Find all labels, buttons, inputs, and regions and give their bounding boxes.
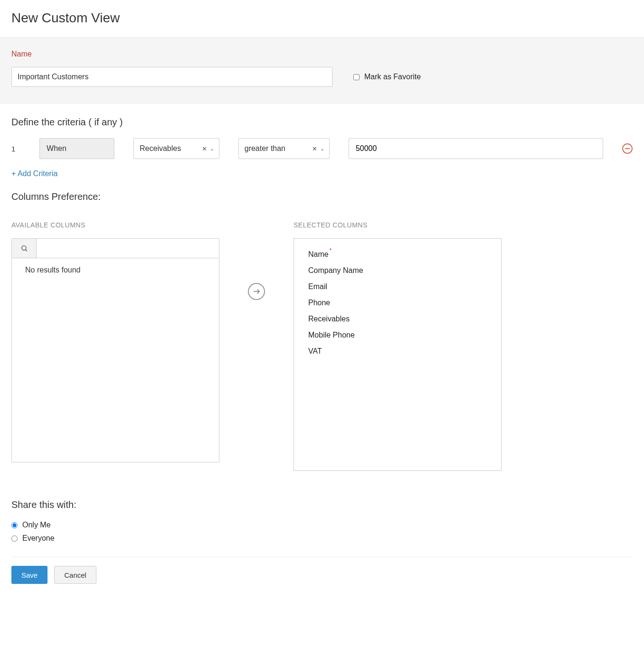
no-results-text: No results found: [25, 266, 81, 274]
svg-line-1: [26, 250, 27, 251]
selected-column-item[interactable]: Mobile Phone: [308, 331, 487, 339]
share-section: Share this with: Only Me Everyone: [11, 499, 633, 543]
required-asterisk: *: [330, 247, 331, 253]
favorite-checkbox-wrap[interactable]: Mark as Favorite: [353, 73, 421, 81]
share-option-everyone[interactable]: Everyone: [11, 534, 633, 543]
selected-column-label: Mobile Phone: [308, 331, 355, 339]
criteria-value-input[interactable]: [349, 138, 603, 159]
share-option-only-me[interactable]: Only Me: [11, 521, 633, 529]
criteria-field-value: Receivables: [140, 144, 181, 153]
available-columns-list: No results found: [11, 258, 219, 462]
selected-column-item[interactable]: VAT: [308, 347, 487, 356]
selected-column-label: VAT: [308, 347, 322, 356]
page-title: New Custom View: [11, 10, 633, 26]
available-search-input[interactable]: [37, 239, 219, 258]
selected-columns-panel: SELECTED COLUMNS Name* Company Name Emai…: [294, 221, 502, 471]
selected-columns-list: Name* Company Name Email Phone Receivabl…: [294, 238, 502, 471]
share-option-label: Only Me: [22, 521, 51, 529]
footer: Save Cancel: [11, 557, 633, 584]
clear-field-icon[interactable]: ✕: [202, 145, 207, 152]
cancel-button[interactable]: Cancel: [54, 566, 96, 584]
selected-column-item[interactable]: Receivables: [308, 315, 487, 323]
chevron-down-icon[interactable]: ⌄: [320, 146, 324, 152]
clear-operator-icon[interactable]: ✕: [312, 145, 317, 152]
criteria-field-select[interactable]: Receivables ✕ ⌄: [133, 138, 219, 159]
share-radio-everyone[interactable]: [11, 535, 18, 542]
move-to-selected-icon[interactable]: [248, 283, 265, 300]
name-section: Name Mark as Favorite: [0, 37, 644, 103]
selected-column-item[interactable]: Phone: [308, 299, 487, 307]
criteria-operator-value: greater than: [245, 144, 285, 153]
share-radio-only-me[interactable]: [11, 522, 18, 528]
selected-column-label: Receivables: [308, 315, 350, 323]
svg-point-0: [21, 246, 26, 250]
selected-column-label: Name: [308, 250, 329, 259]
selected-column-item[interactable]: Email: [308, 282, 487, 291]
add-criteria-link[interactable]: + Add Criteria: [11, 169, 57, 178]
criteria-operator-select[interactable]: greater than ✕ ⌄: [238, 138, 330, 159]
search-icon: [12, 239, 37, 258]
selected-column-label: Phone: [308, 299, 330, 307]
when-box: When: [39, 138, 114, 159]
name-input[interactable]: [11, 67, 332, 87]
selected-columns-title: SELECTED COLUMNS: [294, 221, 502, 229]
selected-column-label: Email: [308, 282, 327, 291]
selected-column-item[interactable]: Company Name: [308, 266, 487, 275]
available-columns-panel: AVAILABLE COLUMNS No results found: [11, 221, 219, 462]
criteria-row: 1 When Receivables ✕ ⌄ greater than ✕ ⌄: [11, 138, 633, 159]
chevron-down-icon[interactable]: ⌄: [210, 146, 214, 152]
name-label: Name: [11, 50, 633, 58]
columns-section-title: Columns Preference:: [11, 191, 633, 202]
when-label: When: [47, 144, 66, 153]
favorite-label: Mark as Favorite: [364, 73, 421, 81]
save-button[interactable]: Save: [11, 566, 47, 584]
criteria-row-index: 1: [11, 145, 20, 153]
remove-criteria-icon[interactable]: [622, 143, 633, 154]
share-option-label: Everyone: [22, 534, 55, 543]
share-title: Share this with:: [11, 499, 633, 510]
selected-column-item[interactable]: Name*: [308, 250, 487, 259]
available-columns-title: AVAILABLE COLUMNS: [11, 221, 219, 229]
criteria-section-title: Define the criteria ( if any ): [11, 117, 633, 128]
favorite-checkbox[interactable]: [353, 74, 360, 80]
selected-column-label: Company Name: [308, 266, 363, 275]
